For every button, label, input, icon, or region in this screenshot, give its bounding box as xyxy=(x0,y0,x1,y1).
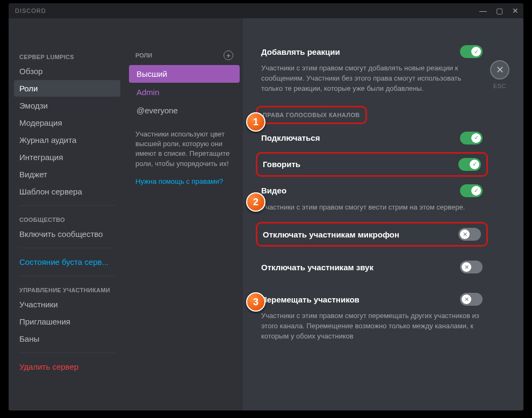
callout-1: 1 xyxy=(246,112,265,132)
window-controls: — ▢ ✕ xyxy=(479,6,519,15)
sidebar-category-members: УПРАВЛЕНИЕ УЧАСТНИКАМИ xyxy=(14,284,120,296)
perm-video-desc: Участники с этим правом смогут вести стр… xyxy=(261,203,483,213)
roles-help-link[interactable]: Нужна помощь с правами? xyxy=(129,174,240,189)
role-item-everyone[interactable]: @everyone xyxy=(129,102,240,119)
perm-connect-title: Подключаться xyxy=(261,133,320,142)
toggle-video[interactable]: ✓ xyxy=(460,184,483,197)
perm-move-title: Перемещать участников xyxy=(261,295,360,304)
highlight-voice-header: ПРАВА ГОЛОСОВЫХ КАНАЛОВ xyxy=(256,106,367,124)
toggle-add-reactions[interactable]: ✓ xyxy=(460,45,483,58)
perm-deafen: Отключать участникам звук ✕ xyxy=(261,255,483,279)
minimize-button[interactable]: — xyxy=(479,6,487,15)
perm-deafen-title: Отключать участникам звук xyxy=(261,263,373,272)
perm-mute-title: Отключать участникам микрофон xyxy=(263,230,399,239)
perm-speak-title: Говорить xyxy=(263,160,300,169)
close-area: ✕ ESC xyxy=(490,60,509,89)
sidebar-item-bans[interactable]: Баны xyxy=(14,330,120,347)
sidebar-item-moderation[interactable]: Модерация xyxy=(14,114,120,131)
sidebar-item-integrations[interactable]: Интеграция xyxy=(14,149,120,165)
roles-column: РОЛИ + Высший Admin @everyone Участники … xyxy=(126,18,243,410)
close-window-button[interactable]: ✕ xyxy=(512,6,519,15)
roles-header-label: РОЛИ xyxy=(135,52,152,59)
roles-header: РОЛИ + xyxy=(129,51,240,64)
perm-connect: Подключаться ✓ xyxy=(261,126,483,150)
divider xyxy=(19,276,115,276)
add-role-button[interactable]: + xyxy=(224,51,233,60)
perm-add-reactions-title: Добавлять реакции xyxy=(261,47,340,56)
role-item-highest[interactable]: Высший xyxy=(129,65,240,83)
perm-speak: Говорить ✓ xyxy=(263,156,481,173)
sidebar-item-emoji[interactable]: Эмодзи xyxy=(14,97,120,114)
callout-3: 3 xyxy=(246,292,265,312)
sidebar-item-template[interactable]: Шаблон сервера xyxy=(14,183,120,200)
sidebar-item-audit-log[interactable]: Журнал аудита xyxy=(14,132,120,148)
sidebar-item-enable-community[interactable]: Включить сообщество xyxy=(14,226,120,242)
app-window: DISCORD — ▢ ✕ СЕРВЕР LUMPICS Обзор Роли … xyxy=(9,3,523,410)
roles-hint-text: Участники используют цвет высшей роли, к… xyxy=(129,120,240,174)
sidebar-item-boost-status[interactable]: Состояние буста серв... xyxy=(14,254,120,270)
close-esc-label: ESC xyxy=(490,83,509,89)
sidebar-item-widget[interactable]: Виджет xyxy=(14,166,120,183)
settings-body: СЕРВЕР LUMPICS Обзор Роли Эмодзи Модерац… xyxy=(9,18,523,410)
maximize-button[interactable]: ▢ xyxy=(496,6,504,15)
sidebar-category-community: СООБЩЕСТВО xyxy=(14,213,120,225)
perm-move: Перемещать участников ✕ Участники с этим… xyxy=(261,287,483,342)
perm-video-title: Видео xyxy=(261,186,286,195)
toggle-connect[interactable]: ✓ xyxy=(460,132,483,145)
settings-sidebar: СЕРВЕР LUMPICS Обзор Роли Эмодзи Модерац… xyxy=(9,18,126,410)
toggle-deafen[interactable]: ✕ xyxy=(460,261,483,273)
sidebar-item-members[interactable]: Участники xyxy=(14,296,120,313)
toggle-mute[interactable]: ✕ xyxy=(458,228,481,241)
perm-video: Видео ✓ Участники с этим правом смогут в… xyxy=(261,179,483,213)
sidebar-item-overview[interactable]: Обзор xyxy=(14,63,120,80)
permissions-content: Добавлять реакции ✓ Участники с этим пра… xyxy=(243,18,523,410)
sidebar-item-invites[interactable]: Приглашения xyxy=(14,313,120,330)
titlebar: DISCORD — ▢ ✕ xyxy=(9,3,523,18)
divider xyxy=(19,248,115,248)
toggle-move[interactable]: ✕ xyxy=(460,293,483,306)
toggle-speak[interactable]: ✓ xyxy=(458,158,481,171)
highlight-mute: Отключать участникам микрофон ✕ xyxy=(256,222,488,247)
divider xyxy=(19,205,115,206)
perm-add-reactions: Добавлять реакции ✓ Участники с этим пра… xyxy=(261,40,483,94)
sidebar-item-delete-server[interactable]: Удалить сервер xyxy=(14,358,120,375)
voice-permissions-header: ПРАВА ГОЛОСОВЫХ КАНАЛОВ xyxy=(263,110,360,120)
perm-mute: Отключать участникам микрофон ✕ xyxy=(263,226,481,243)
callout-2: 2 xyxy=(246,192,265,212)
perm-add-reactions-desc: Участники с этим правом смогут добавлять… xyxy=(261,63,483,94)
perm-move-desc: Участники с этим правом смогут перемещат… xyxy=(261,311,483,342)
divider xyxy=(19,352,115,353)
sidebar-item-roles[interactable]: Роли xyxy=(14,80,120,97)
sidebar-category-server: СЕРВЕР LUMPICS xyxy=(14,51,120,62)
brand-logo: DISCORD xyxy=(15,8,46,14)
highlight-speak: Говорить ✓ xyxy=(256,152,488,177)
role-item-admin[interactable]: Admin xyxy=(129,83,240,101)
close-settings-button[interactable]: ✕ xyxy=(490,60,509,80)
